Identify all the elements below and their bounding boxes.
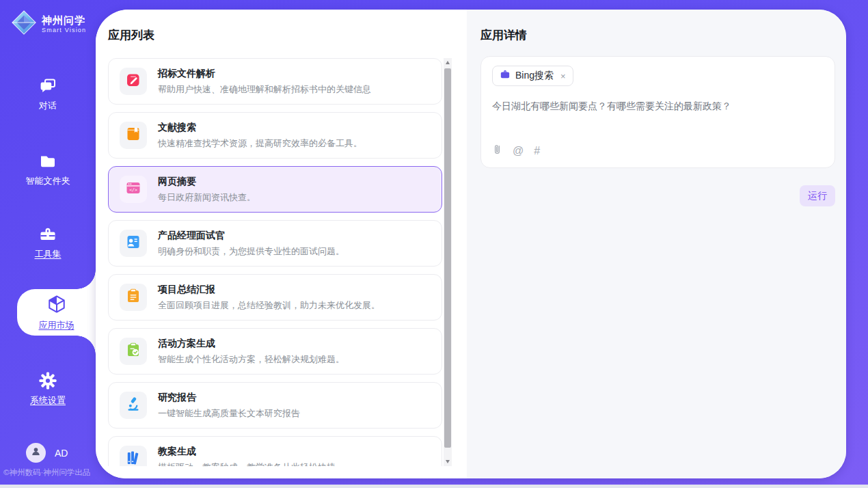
app-card[interactable]: 教案生成模板驱动，教案秒成，教学准备从此轻松快捷 — [108, 436, 442, 466]
app-card-texts: 教案生成模板驱动，教案秒成，教学准备从此轻松快捷 — [158, 446, 336, 467]
app-card-texts: 文献搜索快速精准查找学术资源，提高研究效率的必备工具。 — [158, 122, 362, 150]
run-button[interactable]: 运行 — [800, 185, 835, 206]
user-initials: AD — [55, 448, 68, 459]
app-card-texts: 项目总结汇报全面回顾项目进展，总结经验教训，助力未来优化发展。 — [158, 284, 380, 312]
paperclip-icon[interactable] — [492, 144, 502, 159]
browser-code-icon: </> — [125, 180, 141, 199]
app-name: 文献搜索 — [158, 122, 362, 134]
app-card-texts: 研究报告一键智能生成高质量长文本研究报告 — [158, 392, 300, 420]
app-detail-title: 应用详情 — [480, 27, 527, 43]
app-description: 模板驱动，教案秒成，教学准备从此轻松快捷 — [158, 461, 336, 467]
diamond-logo-icon — [11, 10, 37, 38]
person-icon — [30, 446, 42, 460]
app-card-texts: 产品经理面试官明确身份和职责，为您提供专业性的面试问题。 — [158, 230, 344, 258]
app-card-list: 招标文件解析帮助用户快速、准确地理解和解析招标书中的关键信息文献搜索快速精准查找… — [108, 58, 442, 466]
sidebar-item-settings[interactable]: 系统设置 — [0, 371, 96, 407]
app-description: 每日政府新闻资讯快查。 — [158, 191, 256, 204]
prompt-toolbar: @ # — [492, 144, 540, 159]
hashtag-icon[interactable]: # — [534, 146, 540, 157]
app-icon-tile: </> — [120, 176, 147, 203]
app-card[interactable]: 研究报告一键智能生成高质量长文本研究报告 — [108, 382, 442, 429]
sidebar-item-smart-folder[interactable]: 智能文件夹 — [0, 152, 96, 187]
app-name: 项目总结汇报 — [158, 284, 380, 296]
app-card-texts: 网页摘要每日政府新闻资讯快查。 — [158, 176, 256, 204]
books-icon — [125, 450, 141, 466]
app-name: 产品经理面试官 — [158, 230, 344, 242]
app-description: 帮助用户快速、准确地理解和解析招标书中的关键信息 — [158, 83, 371, 96]
folder-icon — [0, 152, 96, 171]
sidebar-item-chat[interactable]: 对话 — [0, 77, 96, 112]
sidebar: 神州问学 Smart Vision 对话 智能文件夹 工具集 应用市场 系统设置 — [0, 0, 96, 488]
app-icon-tile — [120, 122, 147, 149]
app-name: 网页摘要 — [158, 176, 256, 188]
cube-icon — [46, 294, 67, 314]
bottom-strip — [0, 485, 868, 488]
scrollbar-thumb[interactable] — [444, 68, 451, 448]
app-name: 教案生成 — [158, 446, 336, 458]
app-card[interactable]: 招标文件解析帮助用户快速、准确地理解和解析招标书中的关键信息 — [108, 58, 442, 105]
app-list-title: 应用列表 — [108, 27, 154, 43]
selected-tab-top-curve — [77, 270, 96, 289]
app-icon-tile — [120, 338, 147, 365]
app-icon-tile — [120, 68, 147, 95]
sidebar-item-label: 智能文件夹 — [26, 176, 70, 186]
edit-square-icon — [125, 72, 141, 91]
sidebar-item-label: 工具集 — [35, 249, 62, 259]
clipboard-icon — [125, 288, 141, 307]
chat-bubbles-icon — [0, 77, 96, 96]
interviewer-icon — [125, 234, 141, 253]
book-icon — [125, 126, 141, 145]
chip-close-icon[interactable]: × — [560, 71, 566, 81]
app-description: 快速精准查找学术资源，提高研究效率的必备工具。 — [158, 137, 362, 150]
mention-icon[interactable]: @ — [513, 146, 524, 157]
app-card-texts: 活动方案生成智能生成个性化活动方案，轻松解决规划难题。 — [158, 338, 344, 366]
app-list-panel: 应用列表 招标文件解析帮助用户快速、准确地理解和解析招标书中的关键信息文献搜索快… — [96, 10, 467, 478]
avatar — [26, 443, 46, 463]
app-icon-tile — [120, 284, 147, 311]
prompt-card: Bing搜索 × 今日湖北有哪些新闻要点？有哪些需要关注的最新政策？ @ # — [480, 56, 835, 168]
briefcase-icon — [500, 69, 511, 83]
scrollbar-down-button[interactable] — [444, 457, 452, 466]
app-description: 一键智能生成高质量长文本研究报告 — [158, 407, 300, 420]
app-icon-tile — [120, 446, 147, 466]
microscope-icon — [125, 396, 141, 415]
selected-tab-bottom-curve — [77, 336, 96, 355]
app-description: 全面回顾项目进展，总结经验教训，助力未来优化发展。 — [158, 299, 380, 312]
clipboard-check-icon — [125, 342, 141, 361]
app-name: 招标文件解析 — [158, 68, 371, 80]
sidebar-item-label: 应用市场 — [39, 319, 74, 331]
app-card[interactable]: 活动方案生成智能生成个性化活动方案，轻松解决规划难题。 — [108, 328, 442, 375]
scrollbar[interactable] — [444, 58, 452, 466]
brand-subtitle: Smart Vision — [42, 27, 86, 33]
sidebar-item-toolset[interactable]: 工具集 — [0, 225, 96, 260]
copyright-text: ©神州数码·神州问学出品 — [3, 467, 90, 478]
toolbox-icon — [0, 225, 96, 244]
app-description: 明确身份和职责，为您提供专业性的面试问题。 — [158, 245, 344, 258]
tool-chip-label: Bing搜索 — [515, 70, 554, 82]
sidebar-item-app-market[interactable]: 应用市场 — [17, 289, 96, 336]
sidebar-item-label: 系统设置 — [30, 395, 66, 405]
app-description: 智能生成个性化活动方案，轻松解决规划难题。 — [158, 353, 344, 366]
prompt-text[interactable]: 今日湖北有哪些新闻要点？有哪些需要关注的最新政策？ — [492, 99, 824, 113]
app-name: 活动方案生成 — [158, 338, 344, 350]
app-screen: 神州问学 Smart Vision 对话 智能文件夹 工具集 应用市场 系统设置 — [0, 0, 868, 488]
brand-title: 神州问学 — [42, 14, 86, 26]
user-account[interactable]: AD — [26, 443, 68, 463]
app-card-texts: 招标文件解析帮助用户快速、准确地理解和解析招标书中的关键信息 — [158, 68, 371, 96]
app-detail-panel: 应用详情 Bing搜索 × 今日湖北有哪些新闻要点？有哪些需要关注的最新政策？ … — [467, 10, 846, 478]
app-card[interactable]: 文献搜索快速精准查找学术资源，提高研究效率的必备工具。 — [108, 112, 442, 159]
gear-icon — [0, 371, 96, 390]
main-window: 应用列表 招标文件解析帮助用户快速、准确地理解和解析招标书中的关键信息文献搜索快… — [96, 10, 846, 478]
tool-chip-bing-search[interactable]: Bing搜索 × — [492, 66, 573, 86]
app-name: 研究报告 — [158, 392, 300, 404]
app-card[interactable]: </>网页摘要每日政府新闻资讯快查。 — [108, 166, 442, 213]
app-icon-tile — [120, 230, 147, 257]
svg-text:</>: </> — [129, 187, 137, 193]
app-icon-tile — [120, 392, 147, 419]
app-logo: 神州问学 Smart Vision — [11, 10, 86, 38]
app-card[interactable]: 产品经理面试官明确身份和职责，为您提供专业性的面试问题。 — [108, 220, 442, 267]
app-card[interactable]: 项目总结汇报全面回顾项目进展，总结经验教训，助力未来优化发展。 — [108, 274, 442, 321]
scrollbar-up-button[interactable] — [444, 58, 452, 67]
sidebar-item-label: 对话 — [39, 100, 57, 111]
